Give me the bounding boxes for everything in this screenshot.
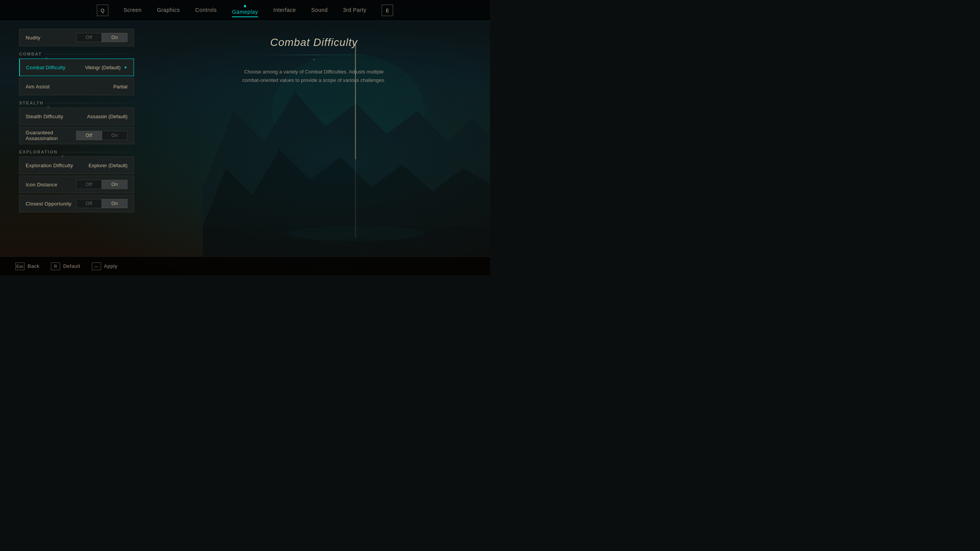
guaranteed-assassination-off-btn[interactable]: Off: [76, 131, 102, 140]
nav-left-icon[interactable]: Q: [97, 5, 108, 16]
chevron-down-icon: ▼: [124, 65, 127, 70]
combat-ornament: ⌘: [45, 57, 48, 60]
nav-right-icon[interactable]: E: [382, 5, 393, 16]
back-label: Back: [28, 263, 39, 269]
icon-distance-toggle[interactable]: Off On: [76, 180, 127, 189]
combat-difficulty-label: Combat Difficulty: [26, 65, 65, 70]
exploration-difficulty-label: Exploration Difficulty: [26, 163, 73, 168]
closest-opportunity-label: Closest Opportunity: [26, 201, 72, 207]
back-button[interactable]: Esc Back: [15, 262, 39, 270]
default-key: R: [51, 262, 60, 270]
exploration-ornament: ⌘: [61, 155, 64, 158]
apply-key: —: [92, 262, 101, 270]
closest-opportunity-row[interactable]: Closest Opportunity Off On: [19, 195, 134, 212]
guaranteed-assassination-on-btn[interactable]: On: [102, 131, 127, 140]
icon-distance-label: Icon Distance: [26, 182, 57, 187]
nav-item-controls[interactable]: Controls: [195, 5, 217, 15]
nav-item-graphics[interactable]: Graphics: [157, 5, 180, 15]
info-divider: [256, 55, 371, 55]
nudity-label: Nudity: [26, 35, 41, 41]
exploration-difficulty-row[interactable]: Exploration Difficulty Explorer (Default…: [19, 156, 134, 174]
guaranteed-assassination-row[interactable]: Guaranteed Assassination Off On: [19, 127, 134, 144]
nav-bar: Q Screen Graphics Controls Gameplay Inte…: [0, 0, 490, 21]
nav-item-screen[interactable]: Screen: [124, 5, 142, 15]
aim-assist-label: Aim Assist: [26, 84, 50, 90]
icon-distance-on-btn[interactable]: On: [102, 180, 127, 189]
exploration-section-line: ⌘: [61, 152, 134, 152]
nudity-off-btn[interactable]: Off: [76, 33, 102, 42]
info-title: Combat Difficulty: [270, 36, 358, 49]
closest-opportunity-on-btn[interactable]: On: [102, 199, 127, 208]
combat-difficulty-value: Vikingr (Default): [85, 65, 121, 70]
closest-opportunity-off-btn[interactable]: Off: [76, 199, 102, 208]
combat-section-header: COMBAT ⌘: [19, 52, 134, 56]
combat-difficulty-value-group: Vikingr (Default) ▼: [85, 65, 127, 70]
stealth-difficulty-row[interactable]: Stealth Difficulty Assassin (Default): [19, 108, 134, 125]
nav-item-3rdparty[interactable]: 3rd Party: [343, 5, 366, 15]
combat-section-line: ⌘: [45, 54, 134, 54]
stealth-difficulty-label: Stealth Difficulty: [26, 114, 63, 119]
icon-distance-off-btn[interactable]: Off: [76, 180, 102, 189]
bottom-bar: Esc Back R Default — Apply: [0, 256, 490, 276]
nav-item-interface[interactable]: Interface: [273, 5, 296, 15]
guaranteed-assassination-label: Guaranteed Assassination: [26, 130, 76, 141]
stealth-section-line: ⌘: [47, 103, 134, 103]
default-button[interactable]: R Default: [51, 262, 80, 270]
nav-item-sound[interactable]: Sound: [311, 5, 328, 15]
stealth-difficulty-value: Assassin (Default): [87, 114, 127, 119]
scroll-thumb: [355, 42, 356, 159]
combat-section-title: COMBAT: [19, 52, 42, 56]
nav-item-gameplay[interactable]: Gameplay: [232, 3, 258, 17]
info-ornament: ❧: [312, 57, 315, 62]
stealth-ornament: ⌘: [47, 106, 50, 109]
icon-distance-row[interactable]: Icon Distance Off On: [19, 176, 134, 193]
settings-panel: Nudity Off On COMBAT ⌘ Combat Difficulty…: [0, 21, 138, 256]
stealth-section-header: STEALTH ⌘: [19, 101, 134, 105]
guaranteed-assassination-toggle[interactable]: Off On: [76, 131, 127, 140]
info-description: Choose among a variety of Combat Difficu…: [241, 68, 387, 85]
nudity-toggle[interactable]: Off On: [76, 33, 127, 42]
scroll-track[interactable]: [355, 42, 356, 237]
nudity-on-btn[interactable]: On: [102, 33, 127, 42]
nudity-row[interactable]: Nudity Off On: [19, 29, 134, 46]
combat-difficulty-row[interactable]: Combat Difficulty Vikingr (Default) ▼: [19, 59, 134, 76]
apply-label: Apply: [104, 263, 118, 269]
stealth-section-title: STEALTH: [19, 101, 44, 105]
default-label: Default: [63, 263, 80, 269]
back-key: Esc: [15, 262, 24, 270]
exploration-difficulty-value: Explorer (Default): [88, 163, 127, 168]
closest-opportunity-toggle[interactable]: Off On: [76, 199, 127, 208]
aim-assist-row[interactable]: Aim Assist Partial: [19, 78, 134, 95]
info-panel: Combat Difficulty ❧ Choose among a varie…: [138, 21, 490, 256]
aim-assist-value: Partial: [113, 84, 127, 90]
exploration-section-header: EXPLORATION ⌘: [19, 150, 134, 154]
exploration-section-title: EXPLORATION: [19, 150, 58, 154]
main-layout: Nudity Off On COMBAT ⌘ Combat Difficulty…: [0, 21, 490, 256]
apply-button[interactable]: — Apply: [92, 262, 118, 270]
